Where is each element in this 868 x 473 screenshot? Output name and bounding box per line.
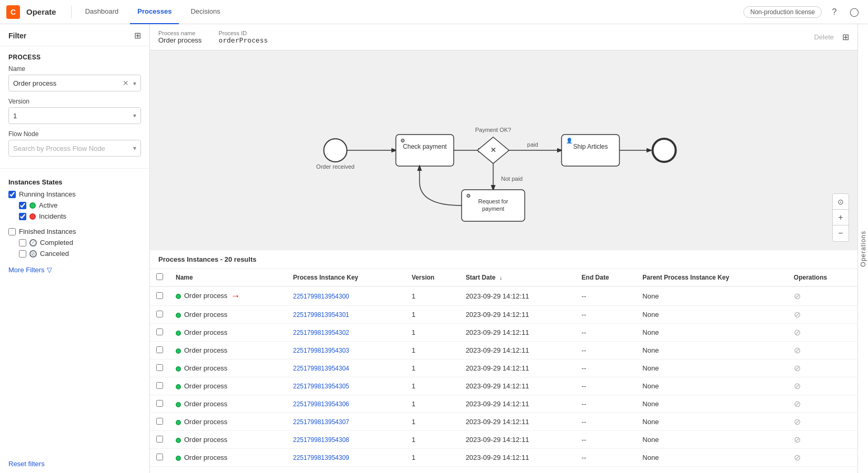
row-key-link[interactable]: 2251799813954301 [293, 311, 349, 318]
svg-text:paid: paid [527, 141, 538, 148]
more-filters-btn[interactable]: More Filters ▽ [0, 264, 149, 276]
row-operation-icon[interactable]: ⊘ [794, 399, 801, 408]
col-version[interactable]: Version [406, 269, 460, 286]
version-chevron-icon[interactable]: ▾ [133, 112, 136, 119]
row-name: Order process [169, 342, 287, 359]
row-operation-icon[interactable]: ⊘ [794, 435, 801, 444]
svg-text:⚙: ⚙ [400, 138, 405, 143]
clear-name-icon[interactable]: ✕ [123, 79, 129, 87]
row-operation-icon[interactable]: ⊘ [794, 292, 801, 301]
tab-decisions[interactable]: Decisions [183, 0, 227, 24]
app-name: Operate [26, 7, 56, 16]
row-checkbox[interactable] [156, 418, 163, 425]
select-all-checkbox[interactable] [156, 273, 163, 280]
completed-checkbox[interactable] [19, 239, 26, 246]
row-key-link[interactable]: 2251799813954306 [293, 400, 349, 408]
name-label: Name [8, 65, 141, 73]
svg-text:payment: payment [482, 205, 504, 212]
row-operation-icon[interactable]: ⊘ [794, 382, 801, 390]
row-key-link[interactable]: 2251799813954308 [293, 436, 349, 444]
table-row: Order process→225179981395430012023-09-2… [150, 286, 857, 306]
running-instances-checkbox[interactable] [8, 191, 16, 198]
row-key-link[interactable]: 2251799813954305 [293, 383, 349, 390]
row-operation-icon[interactable]: ⊘ [794, 453, 801, 462]
zoom-in-button[interactable]: + [833, 210, 849, 225]
row-checkbox[interactable] [156, 400, 163, 407]
header-ops-icon[interactable]: ⊞ [842, 32, 849, 42]
row-operation-icon[interactable]: ⊘ [794, 328, 801, 337]
col-key[interactable]: Process Instance Key [287, 269, 406, 286]
flow-node-select[interactable]: Search by Process Flow Node ▾ [8, 140, 141, 157]
user-icon[interactable]: ◯ [847, 5, 862, 19]
tab-dashboard[interactable]: Dashboard [78, 0, 126, 24]
flow-node-chevron-icon[interactable]: ▾ [133, 145, 136, 152]
zoom-out-button[interactable]: − [833, 225, 849, 241]
col-end-date[interactable]: End Date [576, 269, 637, 286]
name-select[interactable]: Order process ✕ ▾ [8, 75, 141, 91]
row-checkbox[interactable] [156, 382, 163, 389]
svg-text:Check payment: Check payment [403, 143, 447, 150]
delete-button[interactable]: Delete [814, 33, 834, 41]
help-icon[interactable]: ? [827, 5, 842, 19]
row-operation-icon[interactable]: ⊘ [794, 346, 801, 355]
svg-text:Payment OK?: Payment OK? [475, 127, 511, 133]
process-id-label: Process ID [218, 30, 268, 36]
version-select[interactable]: 1 ▾ [8, 107, 141, 124]
operations-sidebar-label: Operations [860, 231, 867, 267]
row-checkbox[interactable] [156, 346, 163, 353]
row-start-date: 2023-09-29 14:12:11 [459, 377, 575, 395]
zoom-reset-button[interactable]: ⊙ [833, 194, 849, 210]
incidents-row: Incidents [8, 212, 141, 220]
row-checkbox[interactable] [156, 436, 163, 443]
running-instances-row: Running Instances [8, 190, 141, 198]
row-operation-icon[interactable]: ⊘ [794, 417, 801, 426]
table-row: Order process225179981395430212023-09-29… [150, 324, 857, 342]
row-key-link[interactable]: 2251799813954304 [293, 365, 349, 372]
table-header: Process Instances - 20 results [150, 250, 857, 269]
instances-states-title: Instances States [8, 178, 141, 186]
row-end-date: -- [576, 449, 637, 467]
row-key-link[interactable]: 2251799813954303 [293, 347, 349, 354]
row-version: 1 [406, 449, 460, 467]
row-parent-key: None [636, 395, 788, 413]
row-version: 1 [406, 324, 460, 342]
name-chevron-icon[interactable]: ▾ [133, 80, 136, 87]
canceled-label: Canceled [40, 250, 69, 258]
row-key-link[interactable]: 2251799813954307 [293, 418, 349, 426]
row-operation-icon[interactable]: ⊘ [794, 364, 801, 373]
col-name[interactable]: Name [169, 269, 287, 286]
process-name-label: Process name [158, 30, 201, 36]
row-checkbox[interactable] [156, 292, 163, 299]
row-checkbox[interactable] [156, 454, 163, 460]
version-label: Version [8, 98, 141, 105]
active-checkbox[interactable] [19, 202, 26, 209]
row-version: 1 [406, 413, 460, 431]
row-status-dot [176, 313, 181, 318]
svg-text:Not paid: Not paid [501, 176, 523, 182]
row-checkbox[interactable] [156, 328, 163, 335]
row-end-date: -- [576, 431, 637, 449]
row-name: Order process [169, 449, 287, 467]
svg-text:⚙: ⚙ [466, 193, 471, 199]
col-operations[interactable]: Operations [788, 269, 857, 286]
row-status-dot [176, 402, 181, 407]
finished-instances-row: Finished Instances [8, 228, 141, 235]
row-key-link[interactable]: 2251799813954302 [293, 329, 349, 336]
svg-text:Order received: Order received [316, 163, 355, 170]
row-operation-icon[interactable]: ⊘ [794, 310, 801, 319]
row-key-link[interactable]: 2251799813954300 [293, 293, 349, 300]
row-checkbox[interactable] [156, 311, 163, 317]
canceled-checkbox[interactable] [19, 250, 26, 258]
col-parent-key[interactable]: Parent Process Instance Key [636, 269, 788, 286]
col-start-date[interactable]: Start Date ↓ [459, 269, 575, 286]
row-checkbox[interactable] [156, 364, 163, 371]
reset-filters-btn[interactable]: Reset filters [0, 458, 149, 473]
operations-sidebar[interactable]: Operations [857, 24, 868, 473]
filter-settings-icon[interactable]: ⊞ [134, 30, 141, 40]
app-logo: C [6, 5, 20, 19]
instances-states-section: Instances States Running Instances Activ… [0, 173, 149, 264]
tab-processes[interactable]: Processes [130, 0, 179, 24]
finished-instances-checkbox[interactable] [8, 228, 16, 235]
incidents-checkbox[interactable] [19, 213, 26, 220]
row-key-link[interactable]: 2251799813954309 [293, 454, 349, 461]
